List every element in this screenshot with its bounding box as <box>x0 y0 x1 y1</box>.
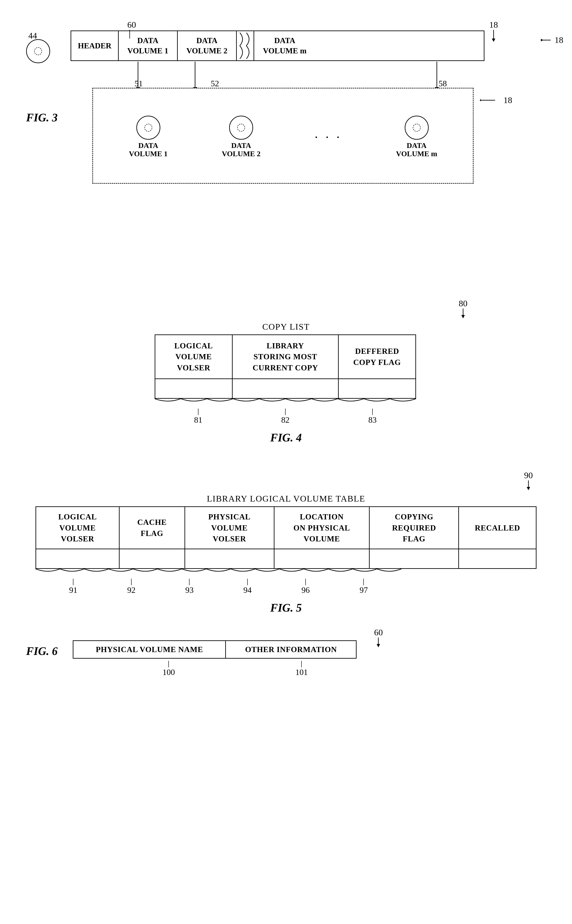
fig6-table: PHYSICAL VOLUME NAME OTHER INFORMATION <box>73 640 357 659</box>
fig4-row1-col1 <box>155 379 232 398</box>
fig4-col1-header: LOGICALVOLUMEVOLSER <box>155 335 232 379</box>
fig4-wavy <box>155 398 417 407</box>
fig5-ref-96: 96 <box>302 585 310 594</box>
disc-label-2: DATAVOLUME 2 <box>222 142 261 158</box>
fig4-title: COPY LIST <box>262 322 310 332</box>
fig4-refs: 81 82 83 <box>155 409 416 425</box>
fig4-ref-82: 82 <box>281 415 289 425</box>
spool-vol2 <box>229 116 253 140</box>
ref-60: 60 <box>127 20 136 39</box>
fig5-refs: 91 92 93 94 <box>36 579 401 595</box>
svg-marker-6 <box>480 99 481 101</box>
ref-44: 44 <box>28 31 37 41</box>
arrow-volm-down <box>437 62 437 88</box>
tape-cell-header: HEADER <box>71 31 118 60</box>
disc-volm: DATAVOLUME m <box>396 116 437 158</box>
spool-inner-1 <box>145 124 152 132</box>
fig6-content: 60 PHYSICAL VOLUME NAME OTHER INFORMATIO… <box>73 640 357 677</box>
fig4-caption: FIG. 4 <box>270 431 302 444</box>
fig5-ref-91: 91 <box>69 585 77 594</box>
fig5-center: 90 LIBRARY LOGICAL VOLUME TABLE LOGICALV… <box>26 470 546 614</box>
dots: . . . <box>315 126 342 141</box>
fig5-table-wrapper: LOGICALVOLUMEVOLSER CACHEFLAG PHYSICALVO… <box>36 506 536 595</box>
page: 44 FIG. 3 18 60 <box>0 0 572 924</box>
fig6-cell2: OTHER INFORMATION <box>226 641 356 658</box>
fig5-col6-header: RECALLED <box>459 507 536 549</box>
spool-44 <box>26 39 50 63</box>
fig5-row1-col4 <box>274 549 370 569</box>
fig5-ref-93: 93 <box>185 585 194 594</box>
fig6-refs: 100 101 <box>73 661 356 677</box>
ref-60-fig6: 60 <box>374 627 383 649</box>
svg-marker-21 <box>377 644 380 647</box>
fig5-section: 90 LIBRARY LOGICAL VOLUME TABLE LOGICALV… <box>26 470 546 614</box>
fig4-col3-header: DEFFEREDCOPY FLAG <box>339 335 416 379</box>
spool-vol1 <box>136 116 160 140</box>
fig4-ref-81: 81 <box>194 415 202 425</box>
fig5-col4-header: LOCATIONON PHYSICALVOLUME <box>274 507 370 549</box>
fig5-col3-header: PHYSICALVOLUMEVOLSER <box>185 507 274 549</box>
fig6-cell1: PHYSICAL VOLUME NAME <box>73 641 226 658</box>
ref-58: 58 <box>438 79 447 88</box>
ref-18-dash: 18 <box>480 95 512 105</box>
ref-52: 52 <box>211 79 219 88</box>
fig5-ref-97: 97 <box>360 585 368 594</box>
fig6-ref-100: 100 <box>163 667 175 677</box>
spool-inner-2 <box>237 124 245 132</box>
spool-inner-m <box>413 124 421 132</box>
fig4-center: 80 COPY LIST LOGICALVOLUMEVOLSER LIBRARY… <box>26 298 546 444</box>
fig6-section: FIG. 6 60 PHYSICAL VOLUME NAME OTHER INF… <box>26 640 546 677</box>
svg-marker-1 <box>492 39 495 42</box>
fig4-section: 80 COPY LIST LOGICALVOLUMEVOLSER LIBRARY… <box>26 298 546 444</box>
fig5-row1-col5 <box>370 549 459 569</box>
fig5-col5-header: COPYINGREQUIREDFLAG <box>370 507 459 549</box>
dashed-box: 18 51 52 58 DATAVOLUME 1 <box>92 88 474 184</box>
ref-51: 51 <box>134 79 143 88</box>
fig4-col2-header: LIBRARYSTORING MOSTCURRENT COPY <box>232 335 339 379</box>
fig5-table: LOGICALVOLUMEVOLSER CACHEFLAG PHYSICALVO… <box>36 506 536 569</box>
fig5-row1-col6 <box>459 549 536 569</box>
fig3-label: FIG. 3 <box>26 111 58 124</box>
fig5-title: LIBRARY LOGICAL VOLUME TABLE <box>207 493 365 504</box>
fig5-col1-header: LOGICALVOLUMEVOLSER <box>36 507 120 549</box>
fig6-ref-101: 101 <box>295 667 308 677</box>
fig6-label: FIG. 6 <box>26 645 58 658</box>
fig5-row1-col1 <box>36 549 120 569</box>
ref-80: 80 <box>459 298 468 319</box>
disc-vol2: DATAVOLUME 2 <box>222 116 261 158</box>
fig5-row1-col3 <box>185 549 274 569</box>
tape-break <box>237 31 254 60</box>
tape-cell-vol2: DATAVOLUME 2 <box>178 31 237 60</box>
fig3-section: 44 FIG. 3 18 60 <box>26 31 546 124</box>
tape-cell-volm: DATAVOLUME m <box>254 31 315 60</box>
ref-18-top: 18 <box>489 20 498 43</box>
fig4-table-wrapper: LOGICALVOLUMEVOLSER LIBRARYSTORING MOSTC… <box>155 334 417 425</box>
fig5-caption: FIG. 5 <box>270 601 302 614</box>
svg-marker-13 <box>527 487 530 490</box>
disc-vol1: DATAVOLUME 1 <box>129 116 168 158</box>
fig5-wavy <box>36 568 402 577</box>
spool-inner <box>34 47 42 55</box>
arrow-vol2-down <box>195 62 195 88</box>
svg-marker-4 <box>541 39 543 41</box>
spool-volm <box>405 116 429 140</box>
svg-marker-8 <box>462 315 465 318</box>
fig4-row1-col2 <box>232 379 339 398</box>
fig5-row1-col2 <box>119 549 185 569</box>
fig4-ref-83: 83 <box>368 415 377 425</box>
disc-label-1: DATAVOLUME 1 <box>129 142 168 158</box>
fig5-ref-92: 92 <box>127 585 135 594</box>
ref-18-right: 18 <box>540 35 563 45</box>
ref-90: 90 <box>524 470 533 491</box>
fig4-table: LOGICALVOLUMEVOLSER LIBRARYSTORING MOSTC… <box>155 334 416 399</box>
fig5-col2-header: CACHEFLAG <box>119 507 185 549</box>
fig5-ref-94: 94 <box>243 585 252 594</box>
fig4-row1-col3 <box>339 379 416 398</box>
disc-label-m: DATAVOLUME m <box>396 142 437 158</box>
